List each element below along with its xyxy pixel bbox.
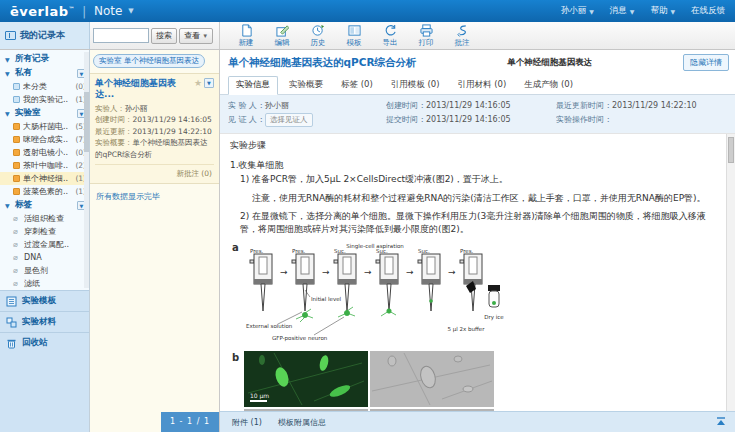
notebook-header-label: 我的记录本 (20, 29, 65, 42)
annotation-count[interactable]: 新批注 (0) (95, 164, 214, 181)
tag-icon: ⌀ (13, 279, 21, 288)
top-right-menu: 孙小丽▼ 消息▼ 帮助▼ 在线反馈 (561, 5, 725, 17)
sidebar-item-tem[interactable]: 透射电镜小.. (0) (0, 146, 89, 159)
step-group: 1.收集单细胞 (230, 159, 717, 172)
sidebar-item-tea-caffeine[interactable]: 茶叶中咖啡.. (2) (0, 159, 89, 172)
template-button[interactable]: 模板 (342, 24, 366, 48)
document-panel: 单个神经细胞基因表达的qPCR综合分析 单个神经细胞基因表达 隐藏详情 实验信息… (220, 50, 735, 432)
document-footer: 附件 (1) 模板附属信息 (220, 411, 735, 432)
breadcrumb[interactable]: 实验室 单个神经细胞基因表达 (93, 54, 205, 68)
everlab-logo: ēverlab™| (10, 4, 94, 19)
step-1: 1) 准备PCR管，加入5μL 2×CellsDirect缓冲液(图2)，置于冰… (230, 173, 717, 186)
micrograph-gfp: 10 μm (244, 351, 368, 407)
annotate-icon (456, 24, 469, 37)
sidebar-tag-puncture[interactable]: ⌀ 穿刺检查 (0, 225, 89, 238)
svg-text:→: → (448, 267, 456, 277)
tag-icon: ⌀ (13, 240, 21, 249)
content-row: ▼ 所有记录 ▼ 私有 ▼ 未分类 (0) 我的实验记.. (1) (0, 50, 735, 432)
user-menu[interactable]: 孙小丽▼ (561, 5, 594, 17)
doc-toolbar: 新建 编辑 历史 模板 导出 打印 (220, 22, 735, 49)
help-menu[interactable]: 帮助▼ (650, 5, 675, 17)
tab-experiment-info[interactable]: 实验信息 (228, 76, 278, 95)
hide-details-button[interactable]: 隐藏详情 (683, 54, 729, 71)
sidebar-scrollbar[interactable] (84, 52, 89, 288)
document-header: 单个神经细胞基因表达的qPCR综合分析 单个神经细胞基因表达 隐藏详情 (220, 50, 735, 73)
document-tabs: 实验信息 实验概要 标签 (0) 引用模板 (0) 引用材料 (0) 生成产物 … (220, 73, 735, 95)
sidebar-item-materials[interactable]: 实验材料 (0, 311, 89, 332)
svg-text:Pres.: Pres. (250, 248, 264, 254)
search-input[interactable] (93, 28, 149, 43)
template-list-icon (6, 296, 17, 307)
chevron-down-icon: ▼ (202, 33, 208, 39)
scrollbar-thumb[interactable] (728, 137, 734, 163)
sidebar-item-all-records[interactable]: ▼ 所有记录 (0, 52, 89, 66)
feedback-link[interactable]: 在线反馈 (691, 5, 725, 17)
tab-tags[interactable]: 标签 (0) (334, 77, 380, 94)
template-info-link[interactable]: 模板附属信息 (278, 417, 326, 428)
record-list-panel: 实验室 单个神经细胞基因表达 单个神经细胞基因表达... ★ ▼ 实验人：孙小丽… (90, 50, 220, 432)
sidebar-item-templates[interactable]: 实验模板 (0, 290, 89, 311)
record-menu-icon[interactable]: ▼ (204, 78, 214, 88)
sidebar-tag-biopsy[interactable]: ⌀ 活组织检查 (0, 212, 89, 225)
print-button[interactable]: 打印 (414, 24, 438, 48)
sidebar-item-single-neuron[interactable]: 单个神经细.. (1) (0, 172, 89, 185)
sidebar-tag-metal-complex[interactable]: ⌀ 过渡金属配.. (0, 238, 89, 251)
attachments-link[interactable]: 附件 (1) (232, 417, 262, 428)
breadcrumb-row: 实验室 单个神经细胞基因表达 (90, 50, 219, 73)
caret-down-icon: ▼ (5, 110, 12, 117)
sidebar-tag-dna[interactable]: ⌀ DNA (0, 251, 89, 264)
scrollbar-thumb[interactable] (84, 92, 89, 152)
sidebar-item-my-records[interactable]: 我的实验记.. (1) (0, 93, 89, 106)
history-button[interactable]: 历史 (306, 24, 330, 48)
notebook-header[interactable]: 我的记录本 (0, 22, 90, 49)
tab-ref-templates[interactable]: 引用模板 (0) (384, 77, 447, 94)
sidebar-item-recycle-bin[interactable]: 回收站 (0, 332, 89, 353)
sidebar-section-lab[interactable]: ▼ 实验室 ▼ (0, 106, 89, 120)
caret-down-icon: ▼ (5, 70, 12, 77)
search-button[interactable]: 搜索 (151, 28, 177, 44)
lab-notebook-icon (13, 123, 20, 130)
lab-notebook-icon (13, 149, 20, 156)
figure-b-label: b (232, 351, 239, 365)
new-button[interactable]: 新建 (234, 24, 258, 48)
logo-divider: | (82, 4, 87, 19)
submitted-value: 2013/11/29 14:16:05 (426, 115, 511, 124)
experiment-info-panel: 实 验 人：孙小丽 创建时间：2013/11/29 14:16:05 最近更新时… (220, 95, 735, 133)
record-title[interactable]: 单个神经细胞基因表达... (95, 78, 192, 100)
figure-a-diagram: Single-cell aspiration Pres. → Pres. (244, 241, 506, 343)
star-icon[interactable]: ★ (194, 78, 202, 88)
sidebar-item-spinach-pigment[interactable]: 菠菜色素的.. (1) (0, 185, 89, 198)
collapse-panel-icon[interactable] (715, 416, 727, 430)
document-body[interactable]: 实验步骤 1.收集单细胞 1) 准备PCR管，加入5μL 2×CellsDire… (220, 133, 735, 411)
sidebar-section-tags[interactable]: ▼ 标签 ▼ (0, 198, 89, 212)
sidebar-bottom: 实验模板 实验材料 回收站 (0, 290, 89, 432)
svg-text:Dry ice: Dry ice (484, 314, 504, 321)
tab-experiment-summary[interactable]: 实验概要 (282, 77, 330, 94)
product-chevron-down-icon[interactable]: ▼ (128, 7, 133, 15)
figure-b: b 10 μm (244, 351, 717, 411)
messages-menu[interactable]: 消息▼ (610, 5, 635, 17)
record-card[interactable]: 单个神经细胞基因表达... ★ ▼ 实验人：孙小丽 创建时间：2013/11/2… (90, 73, 219, 184)
sidebar-item-uncategorized[interactable]: 未分类 (0) (0, 80, 89, 93)
tab-ref-materials[interactable]: 引用材料 (0) (451, 77, 514, 94)
figure-a: a Single-cell aspiration Pres. → Pres. (244, 241, 717, 347)
pagination[interactable]: 1 - 1 / 1 (161, 412, 219, 432)
export-button[interactable]: 导出 (378, 24, 402, 48)
caret-down-icon: ▼ (5, 56, 12, 63)
svg-text:Pres.: Pres. (292, 248, 306, 254)
document-scrollbar[interactable] (726, 134, 735, 411)
step-note: 注意，使用无RNA酶的耗材和整个过程避免RNA的污染(清洁工作区，戴上手套，口罩… (230, 192, 717, 205)
sidebar-item-ecoli[interactable]: 大肠杆菌电.. (5) (0, 120, 89, 133)
view-button[interactable]: 查看 ▼ (179, 28, 213, 44)
tab-products[interactable]: 生成产物 (0) (517, 77, 580, 94)
step-2: 2) 在显微镜下，选择分离的单个细胞。显微下操作利用压力(3毫升注射器)清除单个… (230, 210, 717, 235)
edit-button[interactable]: 编辑 (270, 24, 294, 48)
sidebar-item-imidazole[interactable]: 咪唑合成实.. (7) (0, 133, 89, 146)
svg-text:Suc.: Suc. (418, 248, 430, 254)
record-meta: 实验人：孙小丽 创建时间：2013/11/29 14:16:05 最近更新：20… (95, 103, 214, 161)
sidebar-section-private[interactable]: ▼ 私有 ▼ (0, 66, 89, 80)
annotate-button[interactable]: 批注 (450, 24, 474, 48)
sidebar-tag-filter-paper[interactable]: ⌀ 滤纸 (0, 277, 89, 290)
sidebar-tag-chromogen[interactable]: ⌀ 显色剂 (0, 264, 89, 277)
select-witness-button[interactable]: 选择见证人 (265, 113, 313, 127)
